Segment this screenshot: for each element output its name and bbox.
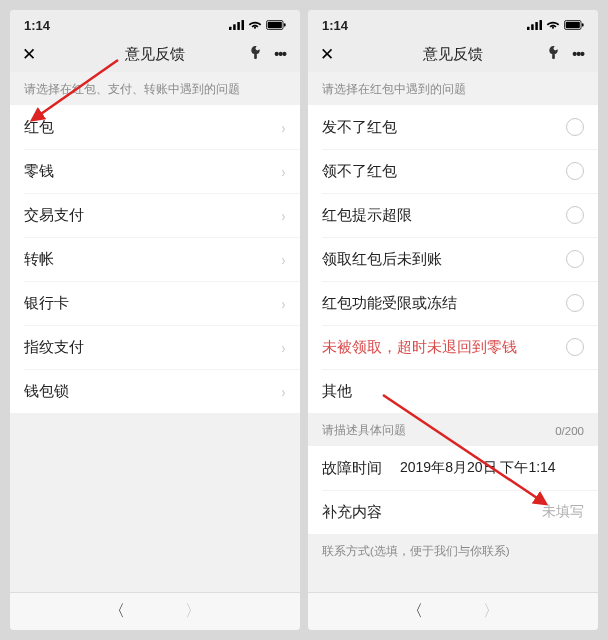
svg-rect-6 bbox=[284, 23, 286, 26]
list-item-payment[interactable]: 交易支付 › bbox=[10, 193, 300, 237]
status-bar: 1:14 bbox=[308, 10, 598, 36]
list-item-lingqian[interactable]: 零钱 › bbox=[10, 149, 300, 193]
option-label: 未被领取，超时未退回到零钱 bbox=[322, 338, 517, 357]
svg-rect-0 bbox=[229, 27, 232, 30]
option-cant-receive[interactable]: 领不了红包 bbox=[308, 149, 598, 193]
list-label: 红包 bbox=[24, 118, 54, 137]
describe-section-header: 请描述具体问题 0/200 bbox=[308, 413, 598, 446]
footer-nav: 〈 〉 bbox=[10, 592, 300, 630]
page-title: 意见反馈 bbox=[125, 45, 185, 64]
list-item-bankcard[interactable]: 银行卡 › bbox=[10, 281, 300, 325]
option-label: 领不了红包 bbox=[322, 162, 397, 181]
radio-icon bbox=[566, 294, 584, 312]
section-header: 请选择在红包、支付、转账中遇到的问题 bbox=[10, 72, 300, 105]
option-other[interactable]: 其他 bbox=[308, 369, 598, 413]
svg-rect-7 bbox=[527, 27, 530, 30]
forward-icon[interactable]: 〉 bbox=[185, 601, 201, 622]
status-right bbox=[229, 20, 286, 30]
close-icon[interactable]: ✕ bbox=[22, 44, 36, 65]
option-label: 其他 bbox=[322, 382, 352, 401]
svg-rect-9 bbox=[535, 22, 538, 30]
page-title: 意见反馈 bbox=[423, 45, 483, 64]
fault-time-value: 2019年8月20日 下午1:14 bbox=[400, 459, 556, 477]
svg-rect-1 bbox=[233, 24, 236, 30]
radio-icon bbox=[566, 206, 584, 224]
nav-bar: ✕ 意见反馈 ••• bbox=[10, 36, 300, 72]
wifi-icon bbox=[248, 20, 262, 30]
signal-icon bbox=[527, 20, 542, 30]
status-time: 1:14 bbox=[322, 18, 348, 33]
chevron-right-icon: › bbox=[282, 163, 286, 180]
forward-icon[interactable]: 〉 bbox=[483, 601, 499, 622]
describe-label: 请描述具体问题 bbox=[322, 423, 406, 438]
option-label: 发不了红包 bbox=[322, 118, 397, 137]
nav-right: ••• bbox=[537, 46, 598, 62]
supplement-label: 补充内容 bbox=[322, 503, 382, 522]
list-label: 零钱 bbox=[24, 162, 54, 181]
list-item-hongbao[interactable]: 红包 › bbox=[10, 105, 300, 149]
chevron-right-icon: › bbox=[282, 119, 286, 136]
svg-rect-5 bbox=[268, 22, 282, 29]
svg-rect-12 bbox=[566, 22, 580, 29]
list-label: 交易支付 bbox=[24, 206, 84, 225]
list-label: 钱包锁 bbox=[24, 382, 69, 401]
spacer bbox=[308, 567, 598, 592]
chevron-right-icon: › bbox=[282, 251, 286, 268]
footer-nav: 〈 〉 bbox=[308, 592, 598, 630]
option-label: 领取红包后未到账 bbox=[322, 250, 442, 269]
radio-icon bbox=[566, 162, 584, 180]
option-label: 红包提示超限 bbox=[322, 206, 412, 225]
more-icon[interactable]: ••• bbox=[568, 46, 598, 62]
chevron-right-icon: › bbox=[282, 295, 286, 312]
list-item-fingerprint[interactable]: 指纹支付 › bbox=[10, 325, 300, 369]
phone-left: 1:14 ✕ 意见反馈 ••• 请选择在红包、支付、转账中遇到的问题 红包 › … bbox=[10, 10, 300, 630]
chevron-right-icon: › bbox=[282, 207, 286, 224]
section-header: 请选择在红包中遇到的问题 bbox=[308, 72, 598, 105]
nav-bar: ✕ 意见反馈 ••• bbox=[308, 36, 598, 72]
nav-right: ••• bbox=[239, 46, 300, 62]
wrench-icon[interactable] bbox=[239, 46, 270, 62]
list-label: 指纹支付 bbox=[24, 338, 84, 357]
battery-icon bbox=[266, 20, 286, 30]
char-counter: 0/200 bbox=[555, 425, 584, 437]
list-item-walletlock[interactable]: 钱包锁 › bbox=[10, 369, 300, 413]
option-label: 红包功能受限或冻结 bbox=[322, 294, 457, 313]
status-bar: 1:14 bbox=[10, 10, 300, 36]
back-icon[interactable]: 〈 bbox=[407, 601, 423, 622]
svg-rect-8 bbox=[531, 24, 534, 30]
option-not-refunded[interactable]: 未被领取，超时未退回到零钱 bbox=[308, 325, 598, 369]
chevron-right-icon: › bbox=[282, 383, 286, 400]
svg-rect-13 bbox=[582, 23, 584, 26]
supplement-row[interactable]: 补充内容 未填写 bbox=[308, 490, 598, 534]
battery-icon bbox=[564, 20, 584, 30]
list-label: 转帐 bbox=[24, 250, 54, 269]
wifi-icon bbox=[546, 20, 560, 30]
supplement-placeholder: 未填写 bbox=[542, 503, 584, 521]
close-icon[interactable]: ✕ bbox=[320, 44, 334, 65]
svg-rect-2 bbox=[237, 22, 240, 30]
more-icon[interactable]: ••• bbox=[270, 46, 300, 62]
back-icon[interactable]: 〈 bbox=[109, 601, 125, 622]
option-cant-send[interactable]: 发不了红包 bbox=[308, 105, 598, 149]
wrench-icon[interactable] bbox=[537, 46, 568, 62]
radio-icon bbox=[566, 250, 584, 268]
spacer bbox=[10, 413, 300, 592]
option-limit[interactable]: 红包提示超限 bbox=[308, 193, 598, 237]
option-restricted[interactable]: 红包功能受限或冻结 bbox=[308, 281, 598, 325]
list-item-transfer[interactable]: 转帐 › bbox=[10, 237, 300, 281]
option-not-arrived[interactable]: 领取红包后未到账 bbox=[308, 237, 598, 281]
svg-rect-3 bbox=[242, 20, 245, 30]
phone-right: 1:14 ✕ 意见反馈 ••• 请选择在红包中遇到的问题 发不了红包 领不了红包 bbox=[308, 10, 598, 630]
radio-icon bbox=[566, 118, 584, 136]
chevron-right-icon: › bbox=[282, 339, 286, 356]
radio-icon bbox=[566, 338, 584, 356]
fault-time-label: 故障时间 bbox=[322, 459, 382, 478]
signal-icon bbox=[229, 20, 244, 30]
fault-time-row[interactable]: 故障时间 2019年8月20日 下午1:14 bbox=[308, 446, 598, 490]
status-time: 1:14 bbox=[24, 18, 50, 33]
status-right bbox=[527, 20, 584, 30]
svg-rect-10 bbox=[540, 20, 543, 30]
list-label: 银行卡 bbox=[24, 294, 69, 313]
contact-section-header: 联系方式(选填，便于我们与你联系) bbox=[308, 534, 598, 567]
